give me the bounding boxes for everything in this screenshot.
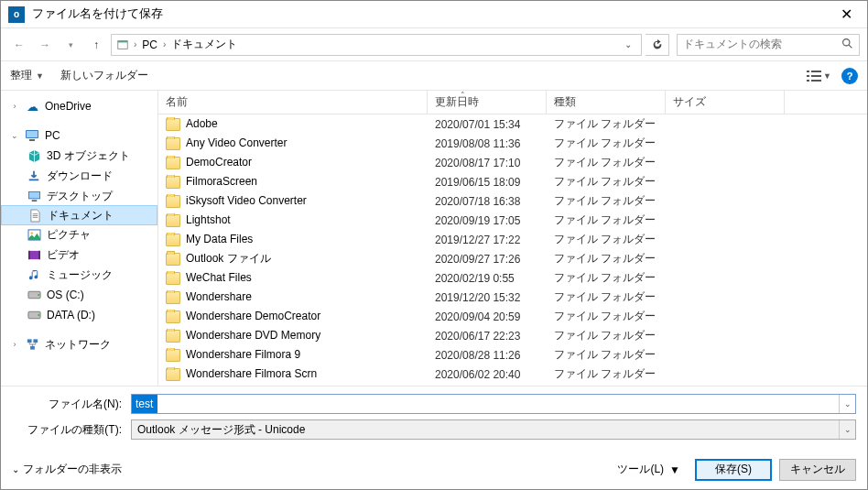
tree-item-label: ドキュメント [48,208,114,223]
expand-icon[interactable]: › [10,102,19,111]
filename-input[interactable]: ⌄ [131,394,856,414]
folder-tree[interactable]: › ☁ OneDrive ⌄ PC 3D オブジェクトダウンロードデスクトップド… [1,91,158,386]
column-date[interactable]: 更新日時 [428,91,547,114]
filetype-label: ファイルの種類(T): [12,422,131,438]
column-type[interactable]: 種類 [547,91,666,114]
file-date: 2019/12/20 15:32 [428,291,547,304]
file-name: Wondershare DVD Memory [186,329,320,342]
tree-item-label: ビデオ [47,247,80,263]
file-row[interactable]: Any Video Converter2019/08/08 11:36ファイル … [158,134,867,153]
column-headers: 名前 更新日時 種類 サイズ ˄ [158,91,867,114]
column-size[interactable]: サイズ [666,91,785,114]
network-icon [25,337,39,352]
svg-rect-12 [29,139,35,141]
file-row[interactable]: Wondershare DVD Memory2020/06/17 22:23ファ… [158,326,867,345]
folder-icon [166,214,180,227]
file-rows[interactable]: Adobe2020/07/01 15:34ファイル フォルダーAny Video… [158,114,867,386]
filename-dropdown[interactable]: ⌄ [839,395,855,413]
chevron-down-icon: ▼ [36,71,44,81]
file-type: ファイル フォルダー [547,193,666,209]
tree-pc[interactable]: ⌄ PC [1,125,157,146]
pc-icon [25,128,39,143]
svg-rect-13 [29,180,39,181]
up-button[interactable]: ↑ [85,34,107,56]
cancel-button[interactable]: キャンセル [779,459,856,481]
search-input[interactable]: ドキュメントの検索 [677,34,860,56]
tree-onedrive[interactable]: › ☁ OneDrive [1,96,157,116]
file-date: 2020/08/17 17:10 [428,157,547,169]
tools-menu[interactable]: ツール(L) ▼ [610,458,688,481]
file-name: FilmoraScreen [186,175,257,188]
svg-rect-1 [118,40,128,42]
file-date: 2020/02/19 0:55 [428,272,547,285]
refresh-button[interactable] [646,34,669,56]
svg-rect-20 [28,250,30,258]
breadcrumb-root[interactable]: PC [140,38,159,51]
file-row[interactable]: My Data Files2019/12/27 17:22ファイル フォルダー [158,230,867,249]
file-name: Adobe [186,117,218,130]
desk-icon [27,189,41,203]
collapse-icon[interactable]: ⌄ [10,131,19,140]
close-button[interactable]: ✕ [826,1,867,28]
breadcrumb-current[interactable]: ドキュメント [169,37,239,52]
file-date: 2020/06/02 20:40 [428,368,547,381]
tree-item-pic[interactable]: ピクチャ [1,224,157,245]
tree-item-3d[interactable]: 3D オブジェクト [1,146,157,166]
svg-rect-6 [807,75,809,77]
column-name[interactable]: 名前 [158,91,428,114]
filetype-dropdown[interactable]: ⌄ [839,420,855,439]
help-button[interactable]: ? [841,68,858,84]
breadcrumb[interactable]: › PC › ドキュメント ⌄ [111,34,642,56]
file-type: ファイル フォルダー [547,270,666,286]
back-button[interactable]: ← [8,34,30,56]
tree-item-vid[interactable]: ビデオ [1,245,157,265]
breadcrumb-history-dropdown[interactable]: ⌄ [619,39,637,49]
organize-menu[interactable]: 整理 ▼ [10,68,44,83]
file-type: ファイル フォルダー [547,366,666,382]
tree-item-label: DATA (D:) [47,309,95,321]
filename-value[interactable] [132,395,157,413]
tree-item-doc[interactable]: ドキュメント [1,205,157,225]
view-menu[interactable]: ▼ [807,70,832,82]
filetype-row: ファイルの種類(T): Outlook メッセージ形式 - Unicode ⌄ [12,419,856,440]
tree-item-disk[interactable]: DATA (D:) [1,305,157,325]
titlebar: o ファイル名を付けて保存 ✕ [1,1,867,28]
file-row[interactable]: FilmoraScreen2019/06/15 18:09ファイル フォルダー [158,172,867,191]
file-row[interactable]: DemoCreator2020/08/17 17:10ファイル フォルダー [158,153,867,172]
file-row[interactable]: Wondershare DemoCreator2020/09/04 20:59フ… [158,307,867,326]
file-name: Outlook ファイル [186,252,271,265]
save-button[interactable]: 保存(S) [695,459,772,481]
file-row[interactable]: Wondershare Filmora 92020/08/28 11:26ファイ… [158,345,867,365]
file-row[interactable]: iSkysoft Video Converter2020/07/18 16:38… [158,191,867,211]
svg-rect-4 [807,71,809,72]
tree-item-mus[interactable]: ミュージック [1,265,157,285]
file-row[interactable]: Adobe2020/07/01 15:34ファイル フォルダー [158,114,867,134]
doc-icon [27,208,42,223]
chevron-down-icon: ▼ [669,463,680,476]
file-type: ファイル フォルダー [547,309,666,324]
file-row[interactable]: Outlook ファイル2020/09/27 17:26ファイル フォルダー [158,249,867,268]
tree-item-desk[interactable]: デスクトップ [1,186,157,206]
mus-icon [27,267,41,282]
filetype-select[interactable]: Outlook メッセージ形式 - Unicode ⌄ [131,419,856,440]
tree-item-disk[interactable]: OS (C:) [1,285,157,305]
new-folder-button[interactable]: 新しいフォルダー [60,68,148,83]
recent-dropdown[interactable]: ▾ [60,34,81,56]
file-row[interactable]: Wondershare2019/12/20 15:32ファイル フォルダー [158,288,867,307]
tree-item-label: 3D オブジェクト [47,148,130,164]
file-name: Wondershare DemoCreator [186,310,320,322]
file-date: 2020/07/18 16:38 [428,195,547,208]
file-row[interactable]: Lightshot2020/09/19 17:05ファイル フォルダー [158,211,867,230]
tree-item-label: デスクトップ [47,189,113,204]
file-row[interactable]: WeChat Files2020/02/19 0:55ファイル フォルダー [158,268,867,288]
tree-network[interactable]: › ネットワーク [1,334,157,354]
forward-button[interactable]: → [34,34,56,56]
disk-icon [27,288,41,302]
file-date: 2019/08/08 11:36 [428,137,547,150]
tree-item-dl[interactable]: ダウンロード [1,166,157,186]
expand-icon[interactable]: › [10,340,19,349]
svg-point-2 [843,38,850,45]
hide-folders-toggle[interactable]: ⌄ フォルダーの非表示 [12,462,122,477]
svg-point-18 [30,232,33,234]
file-row[interactable]: Wondershare Filmora Scrn2020/06/02 20:40… [158,365,867,384]
